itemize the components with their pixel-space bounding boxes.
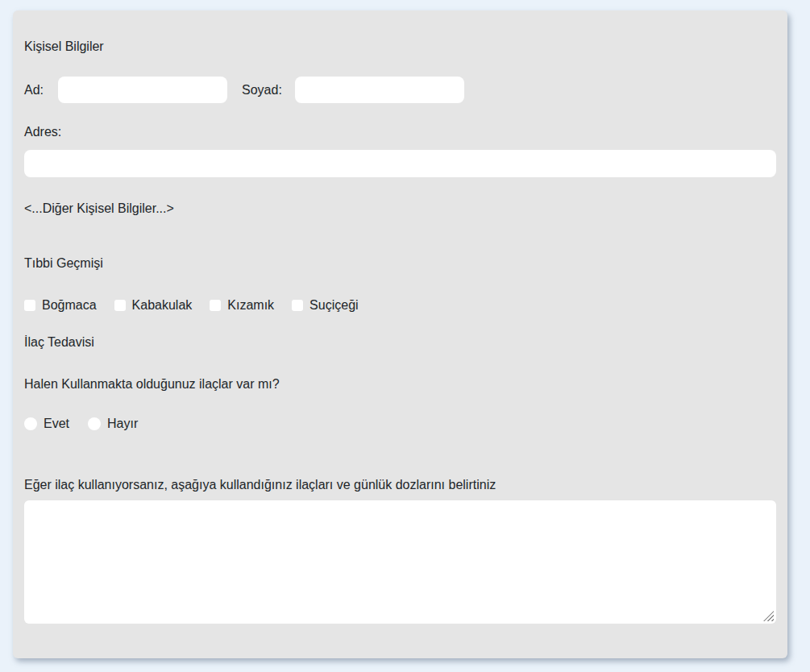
radio-item-evet: Evet bbox=[24, 415, 69, 432]
kizamik-label: Kızamık bbox=[227, 297, 274, 313]
other-personal-info-placeholder: <...Diğer Kişisel Bilgiler...> bbox=[24, 200, 776, 217]
checkbox-item-sucicegi: Suçiçeği bbox=[292, 297, 358, 313]
address-label: Adres: bbox=[24, 123, 776, 140]
medication-details-label: Eğer ilaç kullanıyorsanız, aşağıya kulla… bbox=[24, 476, 776, 493]
checkbox-item-kizamik: Kızamık bbox=[210, 297, 274, 313]
radio-item-hayir: Hayır bbox=[88, 415, 138, 432]
first-name-input[interactable] bbox=[58, 77, 227, 103]
address-input[interactable] bbox=[24, 150, 776, 177]
medication-details-textarea[interactable] bbox=[24, 500, 776, 624]
medical-history-section-title: Tıbbi Geçmişi bbox=[24, 255, 776, 272]
form-panel: Kişisel Bilgiler Ad: Soyad: Adres: <...D… bbox=[13, 10, 787, 658]
name-fields-row: Ad: Soyad: bbox=[24, 77, 776, 103]
personal-info-section-title: Kişisel Bilgiler bbox=[24, 38, 776, 55]
bogmaca-label: Boğmaca bbox=[42, 297, 97, 313]
checkbox-item-kabakulak: Kabakulak bbox=[114, 297, 193, 313]
first-name-label: Ad: bbox=[24, 81, 44, 98]
hayir-label: Hayır bbox=[107, 415, 138, 432]
medication-usage-question: Halen Kullanmakta olduğunuz ilaçlar var … bbox=[24, 375, 776, 392]
checkbox-item-bogmaca: Boğmaca bbox=[24, 297, 97, 313]
medication-details-wrap bbox=[24, 500, 776, 624]
medication-usage-radio-row: Evet Hayır bbox=[24, 415, 776, 432]
hayir-radio[interactable] bbox=[88, 417, 101, 430]
evet-radio[interactable] bbox=[24, 417, 37, 430]
last-name-label: Soyad: bbox=[242, 81, 282, 98]
kabakulak-label: Kabakulak bbox=[132, 297, 193, 313]
kizamik-checkbox[interactable] bbox=[210, 300, 221, 311]
sucicegi-checkbox[interactable] bbox=[292, 300, 303, 311]
last-name-input[interactable] bbox=[295, 77, 464, 103]
sucicegi-label: Suçiçeği bbox=[309, 297, 358, 313]
kabakulak-checkbox[interactable] bbox=[114, 300, 126, 311]
bogmaca-checkbox[interactable] bbox=[24, 300, 35, 311]
medication-section-title: İlaç Tedavisi bbox=[24, 334, 776, 351]
disease-checkbox-row: Boğmaca Kabakulak Kızamık Suçiçeği bbox=[24, 297, 776, 313]
evet-label: Evet bbox=[44, 415, 69, 432]
